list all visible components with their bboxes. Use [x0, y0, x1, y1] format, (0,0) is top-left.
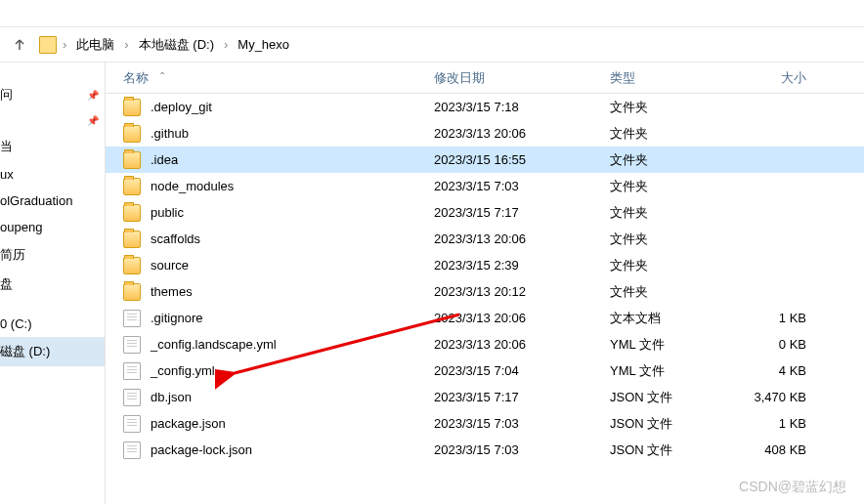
- file-icon: [123, 310, 141, 327]
- breadcrumb-item[interactable]: 此电脑: [72, 34, 118, 56]
- chevron-right-icon: ›: [61, 37, 68, 52]
- file-type: 文本文档: [610, 310, 732, 327]
- file-name: .deploy_git: [151, 100, 212, 114]
- breadcrumb[interactable]: › 此电脑 › 本地磁盘 (D:) › My_hexo: [39, 34, 293, 56]
- file-date: 2023/3/15 7:03: [434, 442, 610, 457]
- file-date: 2023/3/15 2:39: [434, 258, 610, 273]
- column-header-name[interactable]: 名称 ˆ: [123, 69, 434, 87]
- file-size: 3,470 KB: [732, 390, 830, 404]
- sidebar-item[interactable]: 盘: [0, 270, 105, 299]
- file-name: .gitignore: [151, 311, 202, 325]
- file-icon: [123, 415, 141, 433]
- chevron-right-icon: ›: [222, 37, 230, 52]
- folder-icon: [123, 204, 141, 222]
- sidebar-item[interactable]: oupeng: [0, 214, 105, 240]
- folder-icon: [123, 231, 141, 248]
- file-name: .idea: [151, 152, 178, 167]
- file-type: 文件夹: [610, 204, 732, 222]
- nav-up-button[interactable]: [8, 33, 31, 57]
- file-name: _config.landscape.yml: [151, 337, 277, 352]
- sidebar-item[interactable]: 当: [0, 132, 105, 161]
- file-icon: [123, 441, 141, 459]
- file-row[interactable]: .gitignore 2023/3/13 20:06 文本文档 1 KB: [106, 305, 864, 331]
- sidebar: 问📌📌当uxolGraduationoupeng简历盘0 (C:)磁盘 (D:): [0, 63, 106, 504]
- file-type: 文件夹: [610, 151, 732, 169]
- file-date: 2023/3/15 7:03: [434, 179, 610, 193]
- folder-icon: [123, 125, 141, 143]
- file-type: 文件夹: [610, 283, 732, 301]
- file-size: 1 KB: [732, 311, 830, 325]
- sidebar-item-label: 磁盘 (D:): [0, 343, 50, 360]
- toolbar-top: [0, 0, 864, 27]
- sidebar-item[interactable]: 0 (C:): [0, 311, 105, 337]
- sort-indicator-icon: ˆ: [160, 70, 164, 85]
- sidebar-item[interactable]: 问📌: [0, 80, 105, 109]
- sidebar-item[interactable]: 简历: [0, 240, 105, 270]
- file-size: 0 KB: [732, 337, 830, 352]
- file-type: 文件夹: [610, 231, 732, 248]
- file-name: .github: [151, 126, 189, 141]
- file-row[interactable]: themes 2023/3/13 20:12 文件夹: [106, 278, 864, 305]
- column-header-row: 名称 ˆ 修改日期 类型 大小: [106, 63, 864, 94]
- folder-icon: [123, 283, 141, 301]
- file-size: 4 KB: [732, 363, 830, 378]
- file-row[interactable]: _config.landscape.yml 2023/3/13 20:06 YM…: [106, 331, 864, 357]
- file-date: 2023/3/13 20:12: [434, 284, 610, 299]
- file-type: 文件夹: [610, 99, 732, 116]
- folder-icon: [123, 257, 141, 274]
- column-header-size[interactable]: 大小: [732, 69, 830, 87]
- folder-icon: [39, 36, 57, 54]
- file-row[interactable]: .github 2023/3/13 20:06 文件夹: [106, 120, 864, 147]
- file-type: YML 文件: [610, 362, 732, 380]
- file-type: JSON 文件: [610, 415, 732, 433]
- file-name: node_modules: [151, 179, 234, 193]
- file-date: 2023/3/15 7:03: [434, 416, 610, 431]
- file-date: 2023/3/13 20:06: [434, 126, 610, 141]
- folder-icon: [123, 99, 141, 116]
- breadcrumb-item[interactable]: 本地磁盘 (D:): [135, 34, 218, 56]
- sidebar-item-label: 问: [0, 86, 13, 104]
- file-row[interactable]: public 2023/3/15 7:17 文件夹: [106, 199, 864, 226]
- file-date: 2023/3/13 20:06: [434, 337, 610, 352]
- sidebar-item[interactable]: [0, 299, 105, 311]
- file-name: source: [151, 258, 189, 273]
- breadcrumb-item[interactable]: My_hexo: [234, 35, 293, 54]
- file-type: JSON 文件: [610, 441, 732, 459]
- file-icon: [123, 336, 141, 354]
- file-name: package.json: [151, 416, 226, 431]
- file-row[interactable]: package.json 2023/3/15 7:03 JSON 文件 1 KB: [106, 410, 864, 437]
- file-type: YML 文件: [610, 336, 732, 354]
- sidebar-item-label: 盘: [0, 275, 13, 293]
- sidebar-item-label: oupeng: [0, 220, 42, 234]
- column-header-date[interactable]: 修改日期: [434, 69, 610, 87]
- column-header-type[interactable]: 类型: [610, 69, 732, 87]
- file-type: 文件夹: [610, 257, 732, 274]
- sidebar-item-label: ux: [0, 167, 14, 182]
- sidebar-item[interactable]: 磁盘 (D:): [0, 337, 105, 366]
- sidebar-item[interactable]: ux: [0, 161, 105, 188]
- file-size: 408 KB: [732, 442, 830, 457]
- file-name: _config.yml: [151, 363, 215, 378]
- sidebar-item[interactable]: 📌: [0, 109, 105, 132]
- file-row[interactable]: scaffolds 2023/3/13 20:06 文件夹: [106, 226, 864, 252]
- file-name: themes: [151, 284, 193, 299]
- file-type: 文件夹: [610, 125, 732, 143]
- sidebar-item[interactable]: olGraduation: [0, 188, 105, 214]
- file-name: db.json: [151, 390, 192, 404]
- pin-icon: 📌: [87, 115, 101, 126]
- file-type: 文件夹: [610, 178, 732, 195]
- file-row[interactable]: .idea 2023/3/15 16:55 文件夹: [106, 147, 864, 173]
- file-row[interactable]: source 2023/3/15 2:39 文件夹: [106, 252, 864, 278]
- folder-icon: [123, 178, 141, 195]
- file-row[interactable]: node_modules 2023/3/15 7:03 文件夹: [106, 173, 864, 199]
- file-type: JSON 文件: [610, 389, 732, 406]
- file-name: scaffolds: [151, 231, 200, 246]
- file-row[interactable]: db.json 2023/3/15 7:17 JSON 文件 3,470 KB: [106, 384, 864, 410]
- file-row[interactable]: .deploy_git 2023/3/15 7:18 文件夹: [106, 94, 864, 120]
- file-date: 2023/3/13 20:06: [434, 311, 610, 325]
- file-icon: [123, 389, 141, 406]
- file-row[interactable]: _config.yml 2023/3/15 7:04 YML 文件 4 KB: [106, 357, 864, 384]
- file-list: 名称 ˆ 修改日期 类型 大小 .deploy_git 2023/3/15 7:…: [106, 63, 864, 504]
- file-date: 2023/3/15 7:17: [434, 205, 610, 220]
- file-row[interactable]: package-lock.json 2023/3/15 7:03 JSON 文件…: [106, 437, 864, 463]
